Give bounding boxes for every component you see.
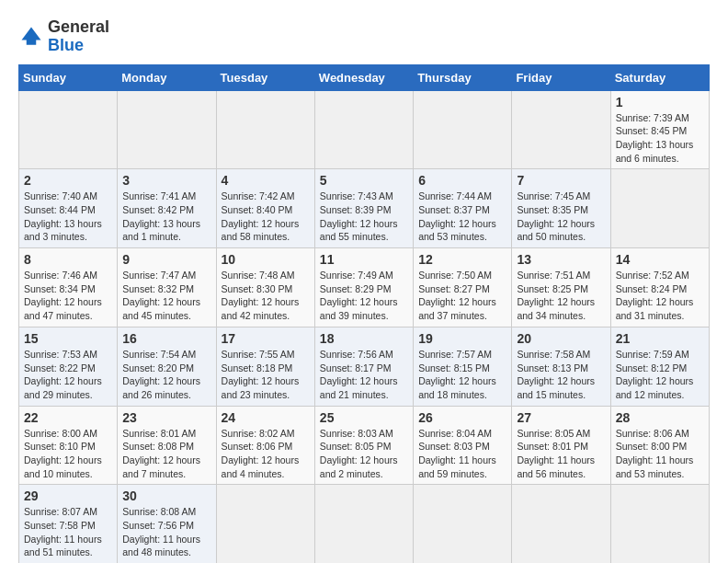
day-cell: 4 Sunrise: 7:42 AMSunset: 8:40 PMDayligh… xyxy=(216,169,314,248)
day-number: 5 xyxy=(320,173,408,188)
day-cell xyxy=(414,485,512,563)
day-number: 23 xyxy=(122,410,210,425)
day-cell: 5 Sunrise: 7:43 AMSunset: 8:39 PMDayligh… xyxy=(314,169,413,248)
day-number: 8 xyxy=(24,252,112,267)
day-cell: 15 Sunrise: 7:53 AMSunset: 8:22 PMDaylig… xyxy=(19,327,118,406)
day-number: 30 xyxy=(122,488,210,503)
day-info: Sunrise: 8:07 AMSunset: 7:58 PMDaylight:… xyxy=(24,505,112,559)
day-cell: 28 Sunrise: 8:06 AMSunset: 8:00 PMDaylig… xyxy=(610,406,709,485)
day-info: Sunrise: 7:41 AMSunset: 8:42 PMDaylight:… xyxy=(122,190,210,244)
day-info: Sunrise: 8:05 AMSunset: 8:01 PMDaylight:… xyxy=(517,427,605,481)
day-cell: 25 Sunrise: 8:03 AMSunset: 8:05 PMDaylig… xyxy=(314,406,413,485)
day-number: 19 xyxy=(418,331,506,346)
calendar-table: SundayMondayTuesdayWednesdayThursdayFrid… xyxy=(18,64,710,563)
day-number: 6 xyxy=(418,173,506,188)
page-header: General Blue xyxy=(18,18,710,55)
calendar-week-row: 2 Sunrise: 7:40 AMSunset: 8:44 PMDayligh… xyxy=(19,169,710,248)
day-cell: 1 Sunrise: 7:39 AMSunset: 8:45 PMDayligh… xyxy=(610,90,709,169)
day-number: 24 xyxy=(222,410,310,425)
day-cell xyxy=(610,485,709,563)
day-cell: 19 Sunrise: 7:57 AMSunset: 8:15 PMDaylig… xyxy=(414,327,512,406)
day-info: Sunrise: 7:40 AMSunset: 8:44 PMDaylight:… xyxy=(24,190,112,244)
day-info: Sunrise: 7:58 AMSunset: 8:13 PMDaylight:… xyxy=(517,348,605,402)
day-info: Sunrise: 8:04 AMSunset: 8:03 PMDaylight:… xyxy=(418,427,506,481)
day-number: 21 xyxy=(616,331,704,346)
day-info: Sunrise: 7:59 AMSunset: 8:12 PMDaylight:… xyxy=(616,348,704,402)
day-cell: 21 Sunrise: 7:59 AMSunset: 8:12 PMDaylig… xyxy=(610,327,709,406)
day-number: 20 xyxy=(517,331,605,346)
day-info: Sunrise: 8:00 AMSunset: 8:10 PMDaylight:… xyxy=(24,427,112,481)
day-cell: 18 Sunrise: 7:56 AMSunset: 8:17 PMDaylig… xyxy=(314,327,413,406)
day-info: Sunrise: 8:08 AMSunset: 7:56 PMDaylight:… xyxy=(122,505,210,559)
day-info: Sunrise: 7:51 AMSunset: 8:25 PMDaylight:… xyxy=(517,269,605,323)
day-info: Sunrise: 7:57 AMSunset: 8:15 PMDaylight:… xyxy=(418,348,506,402)
day-number: 14 xyxy=(616,252,704,267)
day-cell: 6 Sunrise: 7:44 AMSunset: 8:37 PMDayligh… xyxy=(414,169,512,248)
day-of-week-header: Sunday xyxy=(19,64,118,90)
day-number: 4 xyxy=(222,173,310,188)
day-cell: 11 Sunrise: 7:49 AMSunset: 8:29 PMDaylig… xyxy=(314,248,413,327)
day-cell: 27 Sunrise: 8:05 AMSunset: 8:01 PMDaylig… xyxy=(512,406,610,485)
day-of-week-header: Wednesday xyxy=(314,64,413,90)
day-number: 25 xyxy=(320,410,408,425)
day-info: Sunrise: 8:06 AMSunset: 8:00 PMDaylight:… xyxy=(616,427,704,481)
calendar-week-row: 22 Sunrise: 8:00 AMSunset: 8:10 PMDaylig… xyxy=(19,406,710,485)
empty-day-cell xyxy=(19,90,118,169)
day-info: Sunrise: 7:49 AMSunset: 8:29 PMDaylight:… xyxy=(320,269,408,323)
day-info: Sunrise: 7:42 AMSunset: 8:40 PMDaylight:… xyxy=(222,190,310,244)
day-of-week-header: Friday xyxy=(512,64,610,90)
day-number: 27 xyxy=(517,410,605,425)
day-cell: 16 Sunrise: 7:54 AMSunset: 8:20 PMDaylig… xyxy=(118,327,216,406)
day-cell xyxy=(314,485,413,563)
empty-day-cell xyxy=(512,90,610,169)
day-info: Sunrise: 8:01 AMSunset: 8:08 PMDaylight:… xyxy=(122,427,210,481)
empty-day-cell xyxy=(314,90,413,169)
day-info: Sunrise: 7:56 AMSunset: 8:17 PMDaylight:… xyxy=(320,348,408,402)
day-cell: 2 Sunrise: 7:40 AMSunset: 8:44 PMDayligh… xyxy=(19,169,118,248)
day-number: 15 xyxy=(24,331,112,346)
calendar-week-row: 29 Sunrise: 8:07 AMSunset: 7:58 PMDaylig… xyxy=(19,485,710,563)
day-info: Sunrise: 7:43 AMSunset: 8:39 PMDaylight:… xyxy=(320,190,408,244)
day-number: 17 xyxy=(222,331,310,346)
day-info: Sunrise: 7:39 AMSunset: 8:45 PMDaylight:… xyxy=(616,111,704,166)
day-cell: 22 Sunrise: 8:00 AMSunset: 8:10 PMDaylig… xyxy=(19,406,118,485)
day-info: Sunrise: 7:45 AMSunset: 8:35 PMDaylight:… xyxy=(517,190,605,244)
day-number: 16 xyxy=(122,331,210,346)
day-cell: 17 Sunrise: 7:55 AMSunset: 8:18 PMDaylig… xyxy=(216,327,314,406)
day-info: Sunrise: 7:46 AMSunset: 8:34 PMDaylight:… xyxy=(24,269,112,323)
day-cell xyxy=(512,485,610,563)
day-info: Sunrise: 7:53 AMSunset: 8:22 PMDaylight:… xyxy=(24,348,112,402)
day-cell: 13 Sunrise: 7:51 AMSunset: 8:25 PMDaylig… xyxy=(512,248,610,327)
day-number: 2 xyxy=(24,173,112,188)
day-cell: 12 Sunrise: 7:50 AMSunset: 8:27 PMDaylig… xyxy=(414,248,512,327)
day-info: Sunrise: 7:47 AMSunset: 8:32 PMDaylight:… xyxy=(122,269,210,323)
day-info: Sunrise: 7:55 AMSunset: 8:18 PMDaylight:… xyxy=(222,348,310,402)
day-cell: 23 Sunrise: 8:01 AMSunset: 8:08 PMDaylig… xyxy=(118,406,216,485)
day-number: 12 xyxy=(418,252,506,267)
day-cell: 8 Sunrise: 7:46 AMSunset: 8:34 PMDayligh… xyxy=(19,248,118,327)
day-of-week-header: Tuesday xyxy=(216,64,314,90)
day-cell: 30 Sunrise: 8:08 AMSunset: 7:56 PMDaylig… xyxy=(118,485,216,563)
day-of-week-header: Thursday xyxy=(414,64,512,90)
day-info: Sunrise: 7:48 AMSunset: 8:30 PMDaylight:… xyxy=(222,269,310,323)
day-number: 7 xyxy=(517,173,605,188)
logo-text: General Blue xyxy=(48,18,109,55)
day-info: Sunrise: 7:54 AMSunset: 8:20 PMDaylight:… xyxy=(122,348,210,402)
day-cell xyxy=(610,169,709,248)
day-number: 28 xyxy=(616,410,704,425)
day-number: 26 xyxy=(418,410,506,425)
day-info: Sunrise: 7:52 AMSunset: 8:24 PMDaylight:… xyxy=(616,269,704,323)
empty-day-cell xyxy=(414,90,512,169)
day-cell: 3 Sunrise: 7:41 AMSunset: 8:42 PMDayligh… xyxy=(118,169,216,248)
day-number: 13 xyxy=(517,252,605,267)
day-cell: 10 Sunrise: 7:48 AMSunset: 8:30 PMDaylig… xyxy=(216,248,314,327)
svg-marker-0 xyxy=(22,27,41,40)
empty-day-cell xyxy=(118,90,216,169)
day-cell: 26 Sunrise: 8:04 AMSunset: 8:03 PMDaylig… xyxy=(414,406,512,485)
calendar-week-row: 1 Sunrise: 7:39 AMSunset: 8:45 PMDayligh… xyxy=(19,90,710,169)
empty-day-cell xyxy=(216,90,314,169)
day-number: 10 xyxy=(222,252,310,267)
logo: General Blue xyxy=(18,18,109,55)
day-number: 22 xyxy=(24,410,112,425)
day-number: 11 xyxy=(320,252,408,267)
